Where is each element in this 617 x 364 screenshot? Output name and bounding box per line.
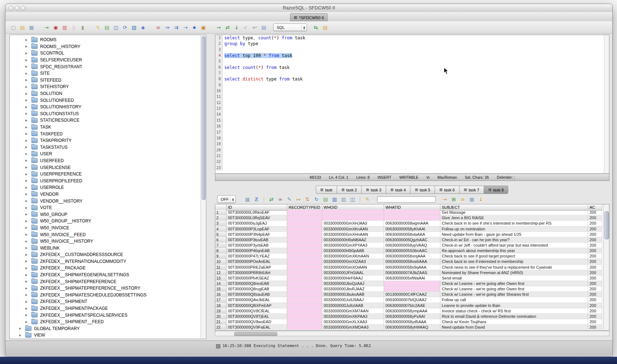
tree-item[interactable]: ▶ZKFEDEX__SHIPMATEPREFERENCE <box>10 278 206 285</box>
cell-recordtypeid[interactable] <box>287 270 322 276</box>
cell-id[interactable]: 00T3000000QAeJbEAL <box>226 297 287 303</box>
cell-whatid[interactable]: 006300000058yKhAAI <box>384 226 440 232</box>
cell-activitydate[interactable]: 200 <box>588 281 602 286</box>
tree-item[interactable]: ▶ROOMS__HISTORY <box>10 43 206 50</box>
cell-whoid[interactable]: 0033000000GmXPYAA3 <box>322 243 384 248</box>
cell-whatid[interactable]: 0013000000C4fFCAAZ <box>384 292 440 297</box>
disclosure-triangle-icon[interactable]: ▶ <box>25 72 30 75</box>
disclosure-triangle-icon[interactable]: ▶ <box>25 240 30 243</box>
cell-whatid[interactable] <box>384 281 440 286</box>
undo-icon[interactable]: ↩ <box>251 24 258 31</box>
editor-scrollbar[interactable] <box>604 35 609 173</box>
disclosure-triangle-icon[interactable]: ▶ <box>25 313 30 317</box>
tree-item[interactable]: ▶TASKPRIORITY <box>10 137 206 144</box>
cell-id[interactable]: 00T3000000P47LYEAZ <box>226 254 287 259</box>
cell-id[interactable]: 00T3000000QV9FaEAL <box>226 325 287 330</box>
disclosure-triangle-icon[interactable]: ▶ <box>25 300 30 303</box>
view-changes-icon[interactable]: ⇆ <box>312 24 319 31</box>
cell-subject[interactable]: Leanne to provide update to Bain <box>440 303 588 308</box>
editor-line[interactable]: 4select top 100 * from task <box>215 53 609 58</box>
rollback-icon[interactable]: ▯ <box>70 24 77 31</box>
cell-activitydate[interactable]: 200 <box>588 254 602 259</box>
editor-line[interactable]: 13 <box>215 106 609 112</box>
cell-whoid[interactable]: 0033000000GmXKPAA3 <box>322 314 384 319</box>
script-results-icon[interactable]: ≡ <box>459 196 466 203</box>
cell-id[interactable]: 00T30000000iyJgEAJ <box>226 221 287 226</box>
results-table[interactable]: IDRECORDTYPEIDWHOIDWHATIDSUBJECTAC100T30… <box>215 204 609 331</box>
execute-all-icon[interactable]: ⇉ <box>173 24 180 31</box>
export-column-icon[interactable]: ↓ <box>477 196 484 203</box>
row-number[interactable]: 2 <box>215 215 226 221</box>
refresh-results-icon[interactable]: ⇄ <box>268 196 275 203</box>
row-number[interactable]: 12 <box>215 270 226 276</box>
cell-whoid[interactable]: 0033000000HirF8AAJ <box>322 276 384 281</box>
cell-whatid[interactable]: 006300000058yd5AAA <box>384 319 440 325</box>
editor-line[interactable]: 8select distinct type from task <box>215 76 609 82</box>
cell-subject[interactable]: Rick to email David & reference Delmonte… <box>440 314 588 319</box>
cell-recordtypeid[interactable] <box>287 265 322 270</box>
log-icon[interactable]: ▤ <box>322 24 329 31</box>
cell-id[interactable]: 00T3000000PREZaEAP <box>226 265 287 270</box>
tree-item[interactable]: ▶TASK <box>10 124 206 131</box>
cell-subject[interactable]: Follow-up on nomination <box>440 226 588 232</box>
result-tab-close-icon[interactable]: ⊠ <box>320 188 323 192</box>
disclosure-triangle-icon[interactable]: ▶ <box>25 246 30 250</box>
cell-activitydate[interactable]: 200 <box>588 297 602 303</box>
view-row-icon[interactable]: ∞ <box>277 196 284 203</box>
tree-item[interactable]: ▶W50_GROUP__HISTORY <box>10 218 206 225</box>
new-file-icon[interactable]: ▢ <box>10 24 17 31</box>
tree-item[interactable]: ▶USERPROFILEFEED <box>10 177 206 184</box>
cell-recordtypeid[interactable] <box>287 286 322 292</box>
edit-table-icon[interactable]: ◫ <box>112 24 120 31</box>
editor-line[interactable]: 23 <box>215 165 609 171</box>
database-tree-panel[interactable]: ▶ROOMS▶ROOMS__HISTORY▶SCONTROL▶SELFSERVI… <box>9 35 206 339</box>
editor-line[interactable]: 12 <box>215 100 609 106</box>
sql-mode-select[interactable]: SQL ▲▼ <box>273 23 307 31</box>
cell-id[interactable]: 00T3000000P3tuvEAB <box>226 237 287 243</box>
cell-recordtypeid[interactable] <box>287 276 322 281</box>
results-vertical-scrollbar[interactable] <box>603 204 609 330</box>
cell-activitydate[interactable]: 200 <box>588 210 602 215</box>
cell-id[interactable]: 00T3000000QV8wsEAD <box>226 319 287 325</box>
save-icon[interactable]: ▦ <box>28 24 35 31</box>
reload-grid-icon[interactable]: ↻ <box>313 196 320 203</box>
tree-item[interactable]: ▶SOLUTIONFEED <box>10 97 206 104</box>
editor-line[interactable]: 22 <box>215 159 609 165</box>
result-tab-close-icon[interactable]: ⊠ <box>366 188 369 192</box>
limit-select[interactable]: OFF ▲▼ <box>217 195 236 203</box>
cell-activitydate[interactable]: 200 <box>588 292 602 297</box>
tree-item[interactable]: ▶W50_INVOICE__FEED <box>10 231 206 238</box>
go-icon[interactable]: → <box>215 24 222 31</box>
editor-line[interactable]: 20 <box>215 147 609 153</box>
cell-subject[interactable]: Get Massage <box>440 210 588 215</box>
cell-id[interactable]: 00T3000000POeAnEAL <box>226 259 287 264</box>
sql-editor[interactable]: 1select type, count(*) from task2group b… <box>215 35 609 174</box>
cell-whatid[interactable]: 00630000005S0bnAAC <box>384 248 440 254</box>
cell-id[interactable]: 00T3000000PfvKSEAZ <box>226 276 287 281</box>
editor-line[interactable]: 5 <box>215 58 609 64</box>
cell-recordtypeid[interactable] <box>287 297 322 303</box>
execute-batch-icon[interactable]: ⇢ <box>182 24 189 31</box>
tree-item[interactable]: ▶SOLUTIONHISTORY <box>10 104 206 110</box>
tree-item[interactable]: ▶SOLUTION <box>10 90 206 97</box>
cell-activitydate[interactable]: 200 <box>588 243 602 248</box>
tree-item[interactable]: ▶SITE <box>10 70 206 77</box>
disclosure-triangle-icon[interactable]: ▶ <box>25 320 30 324</box>
tree-item[interactable]: ▶SCONTROL <box>10 50 206 57</box>
row-number[interactable]: 4 <box>215 226 226 232</box>
row-number[interactable]: 17 <box>215 297 226 303</box>
cell-id[interactable]: 00T3000000QV8CfEAL <box>226 308 287 314</box>
cell-whatid[interactable] <box>384 286 440 292</box>
fetch-icon[interactable]: ↓ <box>233 24 240 31</box>
result-tab-close-icon[interactable]: ⊠ <box>415 188 418 192</box>
disclosure-triangle-icon[interactable]: ▶ <box>25 226 30 229</box>
editor-line[interactable]: 1select type, count(*) from task <box>215 35 609 41</box>
cell-subject[interactable]: Check back to see if good target prospec… <box>440 254 588 259</box>
form-generator-icon[interactable]: ▤ <box>103 24 111 31</box>
editor-line[interactable]: 15 <box>215 118 609 124</box>
cell-whatid[interactable]: 006300000058ypVAAQ <box>384 243 440 248</box>
disclosure-triangle-icon[interactable]: ▶ <box>25 92 30 95</box>
tree-item[interactable]: ▶ZKFEDEX__SHIPMATESCHEDULEDJOBSSETTINGS <box>10 292 206 299</box>
row-number[interactable]: 21 <box>215 319 226 325</box>
cell-subject[interactable]: Check w/ Leanne - we're going after Owen… <box>440 286 588 292</box>
